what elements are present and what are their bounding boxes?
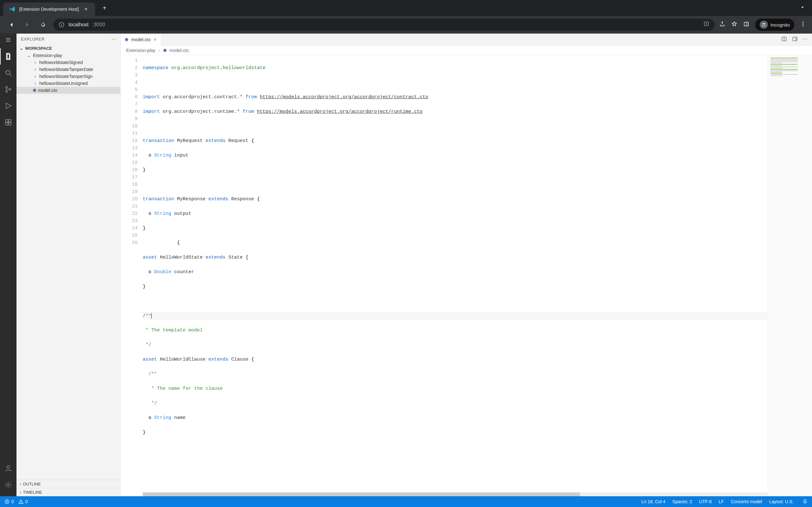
- browser-chrome: [Extension Development Host] × + localho…: [0, 0, 812, 34]
- browser-menu-icon[interactable]: [800, 21, 806, 29]
- timeline-label: TIMELINE: [23, 490, 42, 495]
- url-host: localhost: [68, 22, 89, 27]
- chevron-right-icon: ›: [33, 60, 38, 65]
- tree-label: Extension-play: [33, 53, 62, 58]
- tree-label: helloworldstateTamperSign: [39, 74, 93, 79]
- status-eol[interactable]: LF: [719, 499, 724, 504]
- tree-folder-root[interactable]: ⌄ Extension-play: [16, 52, 120, 59]
- chevron-right-icon: ›: [20, 482, 21, 487]
- tab-strip: [Extension Development Host] × +: [0, 0, 812, 16]
- editor-more-icon[interactable]: ⋯: [803, 36, 808, 43]
- timeline-section[interactable]: › TIMELINE: [16, 488, 120, 496]
- minimap[interactable]: [768, 55, 812, 496]
- share-icon[interactable]: [719, 21, 725, 29]
- url-port: :3000: [92, 22, 105, 27]
- status-cursor-position[interactable]: Ln 18, Col 4: [641, 499, 665, 504]
- svg-point-18: [7, 465, 10, 468]
- explorer-more-icon[interactable]: ⋯: [112, 37, 116, 42]
- horizontal-scrollbar[interactable]: [143, 493, 768, 496]
- chevron-right-icon: ›: [33, 74, 38, 79]
- hamburger-menu-icon[interactable]: [5, 37, 11, 44]
- incognito-label: Incognito: [770, 22, 790, 27]
- activity-extensions[interactable]: [0, 114, 16, 130]
- status-warnings[interactable]: 0: [18, 499, 28, 504]
- breadcrumb-folder: Extension-play: [126, 48, 155, 53]
- chevron-right-icon: ›: [159, 48, 160, 53]
- workspace-section[interactable]: ⌄ WORKSPACE: [16, 45, 120, 52]
- new-tab-button[interactable]: +: [100, 3, 110, 13]
- svg-point-11: [6, 87, 7, 88]
- file-icon: [125, 38, 128, 41]
- scrollbar-thumb[interactable]: [143, 493, 580, 496]
- notifications-icon[interactable]: [803, 499, 808, 504]
- install-app-icon[interactable]: [703, 21, 710, 29]
- status-keyboard-layout[interactable]: Layout: U.S.: [769, 499, 794, 504]
- activity-account[interactable]: [0, 460, 16, 476]
- svg-rect-1: [61, 24, 62, 26]
- tab-strip-chevron[interactable]: [799, 4, 809, 12]
- svg-point-19: [7, 484, 9, 486]
- close-tab-icon[interactable]: ×: [154, 37, 156, 42]
- tree-folder[interactable]: › helloworldstateTamperSign: [16, 73, 120, 80]
- chevron-right-icon: ›: [20, 490, 21, 495]
- status-indentation[interactable]: Spaces: 2: [672, 499, 692, 504]
- outline-section[interactable]: › OUTLINE: [16, 480, 120, 488]
- svg-rect-2: [61, 23, 62, 24]
- code-editor[interactable]: 12345 678910 1112131415 1617181920 21222…: [120, 55, 812, 496]
- browser-tab-title: [Extension Development Host]: [19, 7, 79, 12]
- workspace-label: WORKSPACE: [25, 46, 52, 51]
- activity-bar: [0, 34, 16, 496]
- file-icon: [33, 89, 36, 92]
- tree-label: helloworldstateTamperDate: [39, 67, 93, 72]
- svg-point-8: [803, 25, 803, 26]
- tree-folder[interactable]: › helloworldstateSigned: [16, 59, 120, 66]
- tree-folder[interactable]: › helloworldstateTamperDate: [16, 66, 120, 73]
- svg-point-13: [9, 89, 11, 90]
- breadcrumb[interactable]: Extension-play › model.cto: [120, 46, 812, 55]
- site-info-icon[interactable]: [58, 21, 65, 28]
- file-icon: [163, 49, 166, 52]
- svg-point-26: [20, 503, 21, 503]
- side-panel-icon[interactable]: [743, 21, 750, 29]
- activity-settings[interactable]: [0, 476, 16, 493]
- chevron-down-icon: ⌄: [27, 53, 31, 58]
- tree-label: helloworldstateUnsigned: [39, 81, 88, 86]
- explorer-title: EXPLORER: [21, 37, 45, 42]
- split-preview-icon[interactable]: [781, 36, 787, 43]
- browser-tab[interactable]: [Extension Development Host] ×: [3, 3, 95, 16]
- close-tab-icon[interactable]: ×: [83, 6, 89, 13]
- activity-search[interactable]: [0, 65, 16, 81]
- status-language-mode[interactable]: Concerto model: [731, 499, 762, 504]
- status-encoding[interactable]: UTF-8: [699, 499, 712, 504]
- svg-point-12: [6, 91, 7, 92]
- address-bar[interactable]: localhost:3000: [53, 19, 715, 31]
- tree-file-selected[interactable]: model.cto: [16, 87, 120, 94]
- split-editor-icon[interactable]: [792, 36, 798, 43]
- activity-run-debug[interactable]: [0, 98, 16, 114]
- status-bar: 0 0 Ln 18, Col 4 Spaces: 2 UTF-8 LF Conc…: [0, 496, 812, 507]
- back-button[interactable]: [6, 19, 17, 31]
- editor-tab-active[interactable]: model.cto ×: [120, 34, 161, 46]
- incognito-badge[interactable]: Incognito: [755, 19, 794, 31]
- activity-explorer[interactable]: [0, 48, 16, 65]
- activity-source-control[interactable]: [0, 81, 16, 98]
- bookmark-icon[interactable]: [731, 21, 738, 29]
- chevron-right-icon: ›: [33, 67, 38, 72]
- chevron-right-icon: ›: [33, 81, 38, 86]
- forward-button[interactable]: [21, 19, 33, 31]
- code-content[interactable]: namespace org.accordproject.helloworldst…: [143, 55, 812, 496]
- svg-rect-15: [5, 123, 8, 125]
- svg-point-6: [803, 22, 803, 23]
- reload-button[interactable]: [38, 19, 49, 31]
- tree-folder[interactable]: › helloworldstateUnsigned: [16, 80, 120, 87]
- editor-area: model.cto × ⋯ Extension-play › model.cto…: [120, 34, 812, 496]
- editor-tabs: model.cto × ⋯: [120, 34, 812, 46]
- line-number-gutter: 12345 678910 1112131415 1617181920 21222…: [120, 55, 143, 496]
- tree-label: model.cto: [38, 88, 57, 93]
- editor-tab-filename: model.cto: [131, 37, 151, 42]
- status-errors[interactable]: 0: [4, 499, 14, 504]
- svg-rect-14: [5, 119, 8, 122]
- outline-label: OUTLINE: [23, 482, 41, 487]
- vscode-window: EXPLORER ⋯ ⌄ WORKSPACE ⌄ Extension-play …: [0, 34, 812, 496]
- svg-rect-16: [9, 123, 11, 125]
